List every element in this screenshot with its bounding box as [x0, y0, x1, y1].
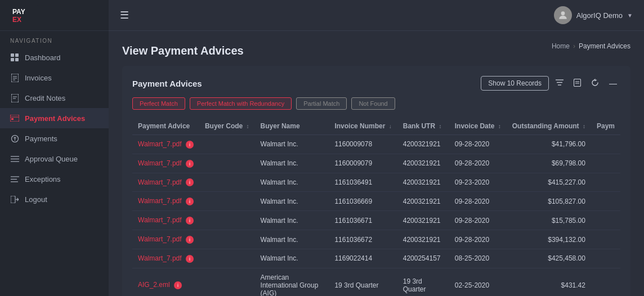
page-header: View Payment Advices Home › Payment Advi… [122, 42, 630, 59]
invoices-icon [10, 73, 19, 82]
sort-icon-outstanding-amount: ↕ [583, 123, 585, 129]
col-payment: Paym [591, 118, 620, 135]
col-invoice-number[interactable]: Invoice Number ↓ [329, 118, 397, 135]
payment-cell [591, 249, 620, 268]
buyer-code-cell [199, 230, 255, 249]
advice-link[interactable]: Walmart_7.pdf i [132, 135, 199, 154]
svg-rect-5 [11, 58, 14, 61]
advice-link[interactable]: Walmart_7.pdf i [132, 192, 199, 211]
svg-text:PAY: PAY [12, 8, 25, 16]
invoice-date-cell: 09-28-2020 [449, 211, 507, 230]
info-icon[interactable]: i [174, 281, 182, 289]
svg-rect-6 [15, 58, 19, 61]
info-icon[interactable]: i [186, 236, 194, 244]
invoice-date-cell: 08-25-2020 [449, 249, 507, 268]
hamburger-button[interactable]: ☰ [120, 9, 129, 21]
logo: PAY EX [0, 0, 109, 31]
buyer-name-cell: American International Group (AIG) [255, 268, 329, 296]
buyer-name-cell: Walmart Inc. [255, 173, 329, 192]
svg-rect-16 [11, 118, 14, 120]
collapse-button[interactable]: — [606, 77, 620, 90]
logout-icon [10, 195, 19, 204]
chevron-down-icon[interactable]: ▼ [627, 12, 633, 19]
invoice-number-cell: 1160009079 [329, 154, 397, 173]
sidebar-item-payments[interactable]: Payments [0, 128, 109, 149]
sidebar-item-dashboard[interactable]: Dashboard [0, 47, 109, 68]
buyer-name-cell: Walmart Inc. [255, 230, 329, 249]
sort-icon-invoice-date: ↕ [498, 123, 501, 129]
bank-utr-cell: 19 3rd Quarter [397, 268, 449, 296]
advice-link[interactable]: Walmart_7.pdf i [132, 154, 199, 173]
filter-tab-perfect-match[interactable]: Perfect Match [132, 97, 185, 110]
sidebar-item-approval-queue-label: Approval Queue [25, 155, 78, 163]
advice-link[interactable]: Walmart_7.pdf i [132, 230, 199, 249]
advice-link[interactable]: AIG_2.eml i [132, 268, 199, 296]
info-icon[interactable]: i [186, 141, 194, 149]
credit-notes-icon [10, 93, 19, 102]
filter-button[interactable] [552, 77, 567, 90]
sidebar-nav: Dashboard Invoices Credit Notes Payment … [0, 47, 109, 209]
sidebar-item-logout-label: Logout [25, 195, 47, 204]
payment-cell [591, 268, 620, 296]
sidebar-item-credit-notes-label: Credit Notes [25, 94, 65, 102]
invoice-number-cell: 1161036671 [329, 211, 397, 230]
sidebar-item-credit-notes[interactable]: Credit Notes [0, 88, 109, 108]
col-outstanding-amount[interactable]: Outstanding Amount ↕ [507, 118, 591, 135]
payment-cell [591, 211, 620, 230]
svg-rect-26 [11, 196, 15, 203]
breadcrumb-separator: › [573, 42, 575, 50]
buyer-code-cell [199, 192, 255, 211]
buyer-code-cell [199, 211, 255, 230]
col-payment-advice: Payment Advice [132, 118, 199, 135]
svg-rect-32 [574, 79, 581, 86]
table-row: Walmart_7.pdf i Walmart Inc. 1161036491 … [132, 173, 620, 192]
svg-point-28 [561, 11, 565, 15]
advice-link[interactable]: Walmart_7.pdf i [132, 249, 199, 268]
info-icon[interactable]: i [186, 255, 194, 263]
breadcrumb: Home › Payment Advices [552, 42, 630, 50]
table-row: Walmart_7.pdf i Walmart Inc. 1169022414 … [132, 249, 620, 268]
refresh-button[interactable] [588, 77, 602, 91]
sidebar-item-payment-advices[interactable]: Payment Advices [0, 108, 109, 128]
info-icon[interactable]: i [186, 178, 194, 186]
invoice-number-cell: 1161036491 [329, 173, 397, 192]
table-row: AIG_2.eml i American International Group… [132, 268, 620, 296]
info-icon[interactable]: i [186, 160, 194, 168]
table-row: Walmart_7.pdf i Walmart Inc. 1160009078 … [132, 135, 620, 154]
advice-link[interactable]: Walmart_7.pdf i [132, 211, 199, 230]
svg-rect-14 [10, 115, 19, 122]
bank-utr-cell: 4200321921 [397, 173, 449, 192]
col-invoice-date[interactable]: Invoice Date ↕ [449, 118, 507, 135]
outstanding-amount-cell: $41,796.00 [507, 135, 591, 154]
sidebar-item-exceptions-label: Exceptions [25, 175, 61, 183]
sidebar-item-logout[interactable]: Logout [0, 189, 109, 209]
sidebar-item-exceptions[interactable]: Exceptions [0, 169, 109, 189]
outstanding-amount-cell: $15,785.00 [507, 211, 591, 230]
invoice-date-cell: 09-28-2020 [449, 135, 507, 154]
buyer-name-cell: Walmart Inc. [255, 192, 329, 211]
payment-advices-icon [10, 114, 19, 123]
col-bank-utr[interactable]: Bank UTR ↕ [397, 118, 449, 135]
payment-advices-card: Payment Advices Show 10 Records — [122, 66, 630, 296]
dashboard-icon [10, 53, 19, 62]
col-buyer-code[interactable]: Buyer Code ↕ [199, 118, 255, 135]
table-wrap: Payment Advice Buyer Code ↕ Buyer Name I… [132, 118, 620, 296]
sort-icon-bank-utr: ↕ [439, 123, 441, 129]
sidebar-item-invoices[interactable]: Invoices [0, 68, 109, 88]
info-icon[interactable]: i [186, 217, 194, 225]
sort-icon-buyer-code: ↕ [247, 123, 249, 129]
sidebar-item-approval-queue[interactable]: Approval Queue [0, 149, 109, 169]
show-records-button[interactable]: Show 10 Records [481, 76, 549, 91]
filter-tab-not-found[interactable]: Not Found [351, 97, 395, 110]
table-row: Walmart_7.pdf i Walmart Inc. 1161036671 … [132, 211, 620, 230]
nav-label: NAVIGATION [0, 31, 109, 47]
filter-tab-perfect-match-redundancy[interactable]: Perfect Match with Redundancy [190, 97, 292, 110]
breadcrumb-home[interactable]: Home [552, 42, 570, 50]
buyer-name-cell: Walmart Inc. [255, 211, 329, 230]
invoice-number-cell: 19 3rd Quarter [329, 268, 397, 296]
advice-link[interactable]: Walmart_7.pdf i [132, 173, 199, 192]
table-row: Walmart_7.pdf i Walmart Inc. 1161036669 … [132, 192, 620, 211]
info-icon[interactable]: i [186, 198, 194, 205]
export-button[interactable] [570, 77, 584, 91]
filter-tab-partial-match[interactable]: Partial Match [296, 97, 347, 110]
